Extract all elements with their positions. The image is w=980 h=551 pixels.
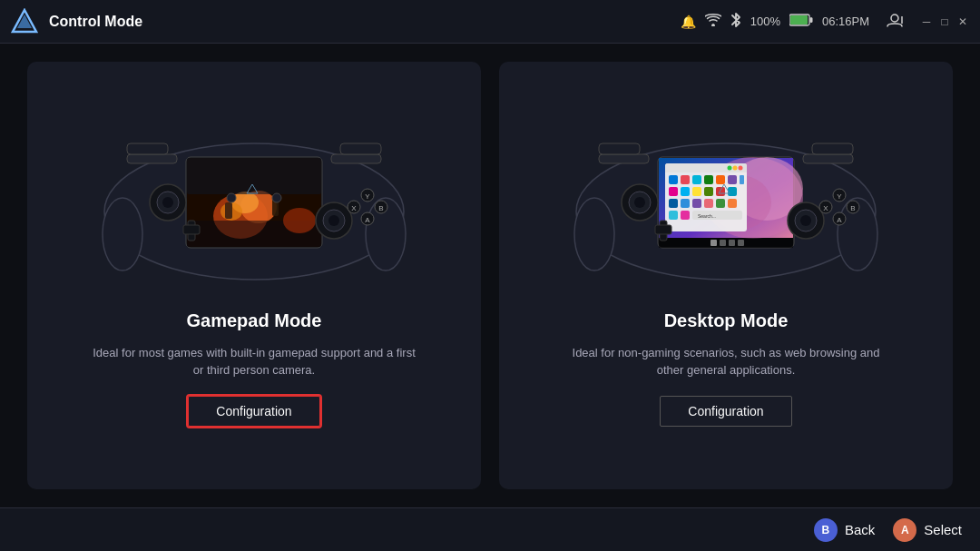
svg-rect-67 [716, 175, 725, 184]
svg-rect-72 [692, 187, 701, 196]
title-bar: Control Mode 🔔 100% 06:16PM [0, 0, 980, 44]
maximize-button[interactable]: □ [938, 15, 951, 28]
svg-text:B: B [378, 204, 383, 212]
gamepad-device-image: Y B X A [100, 116, 408, 298]
svg-text:Y: Y [365, 192, 370, 201]
clock: 06:16PM [822, 15, 869, 28]
svg-point-61 [733, 165, 738, 170]
gamepad-mode-title: Gamepad Mode [187, 310, 322, 331]
app-logo [11, 8, 38, 35]
svg-rect-71 [681, 187, 690, 196]
svg-rect-74 [716, 187, 725, 196]
svg-rect-69 [740, 175, 744, 184]
svg-rect-82 [669, 211, 678, 220]
svg-rect-78 [692, 199, 701, 208]
select-label: Select [924, 522, 962, 537]
bottom-bar: B Back A Select [0, 507, 980, 551]
svg-rect-56 [738, 240, 744, 246]
svg-rect-4 [809, 17, 812, 23]
svg-rect-37 [127, 154, 177, 163]
profile-icon [886, 12, 904, 31]
desktop-device-image: Search... Y B X A [572, 116, 880, 298]
window-controls[interactable]: ─ □ ✕ [920, 15, 969, 28]
bluetooth-icon [730, 12, 741, 31]
svg-rect-65 [692, 175, 701, 184]
svg-point-62 [728, 165, 732, 170]
select-badge: A [893, 518, 916, 542]
svg-rect-68 [728, 175, 737, 184]
svg-rect-53 [710, 240, 717, 246]
svg-point-23 [162, 197, 173, 208]
close-button[interactable]: ✕ [956, 15, 969, 28]
desktop-mode-description: Ideal for non-gaming scenarios, such as … [563, 344, 889, 379]
svg-rect-81 [728, 199, 737, 208]
svg-rect-38 [127, 143, 168, 154]
svg-rect-63 [669, 175, 678, 184]
svg-text:Search...: Search... [698, 213, 716, 219]
svg-rect-28 [183, 225, 200, 234]
desktop-config-button[interactable]: Configuration [660, 396, 791, 427]
gamepad-mode-card: Y B X A Gamepad Mode Ideal [27, 62, 481, 489]
svg-point-41 [227, 193, 236, 202]
svg-rect-77 [681, 199, 690, 208]
svg-rect-93 [655, 225, 671, 234]
minimize-button[interactable]: ─ [920, 15, 933, 28]
svg-point-8 [103, 198, 142, 271]
svg-point-88 [634, 197, 645, 208]
svg-point-5 [891, 15, 898, 22]
svg-rect-103 [599, 143, 640, 154]
svg-point-42 [272, 193, 281, 202]
title-bar-right: 🔔 100% 06:16PM [681, 12, 969, 31]
svg-rect-104 [803, 154, 853, 163]
svg-rect-79 [704, 199, 713, 208]
svg-rect-75 [728, 187, 737, 196]
svg-point-91 [800, 215, 811, 226]
svg-rect-55 [729, 240, 735, 246]
svg-rect-16 [187, 158, 321, 194]
svg-text:X: X [351, 204, 357, 212]
svg-rect-76 [669, 199, 678, 208]
battery-percentage: 100% [750, 15, 780, 28]
back-action[interactable]: B Back [814, 518, 875, 542]
back-badge: B [814, 518, 838, 542]
desktop-mode-title: Desktop Mode [664, 310, 789, 331]
svg-rect-102 [599, 154, 649, 163]
svg-rect-73 [704, 187, 713, 196]
gamepad-config-button[interactable]: Configuration [188, 396, 319, 427]
svg-text:B: B [850, 204, 855, 212]
svg-text:A: A [365, 216, 370, 224]
back-label: Back [845, 522, 875, 537]
svg-point-26 [328, 215, 339, 226]
svg-text:Y: Y [837, 192, 842, 201]
svg-rect-57 [665, 163, 747, 231]
svg-rect-70 [669, 187, 678, 196]
svg-point-20 [283, 208, 316, 233]
gamepad-mode-description: Ideal for most games with built-in gamep… [91, 344, 417, 379]
svg-point-60 [739, 165, 743, 170]
main-content: Y B X A Gamepad Mode Ideal [0, 44, 980, 507]
svg-rect-40 [340, 143, 381, 154]
desktop-mode-card: Search... Y B X A [499, 62, 953, 489]
svg-rect-54 [720, 240, 726, 246]
battery-icon [789, 14, 813, 29]
wifi-icon [705, 14, 721, 29]
bell-icon: 🔔 [681, 15, 696, 29]
svg-rect-105 [812, 143, 853, 154]
svg-text:X: X [823, 204, 828, 212]
svg-rect-18 [225, 202, 232, 219]
svg-rect-66 [704, 175, 713, 184]
svg-rect-80 [716, 199, 725, 208]
svg-rect-83 [681, 211, 690, 220]
page-title: Control Mode [49, 14, 681, 30]
svg-rect-3 [790, 15, 808, 25]
svg-rect-39 [331, 154, 381, 163]
svg-text:A: A [837, 216, 842, 224]
svg-rect-64 [681, 175, 690, 184]
svg-point-45 [574, 198, 614, 271]
select-action[interactable]: A Select [893, 518, 962, 542]
